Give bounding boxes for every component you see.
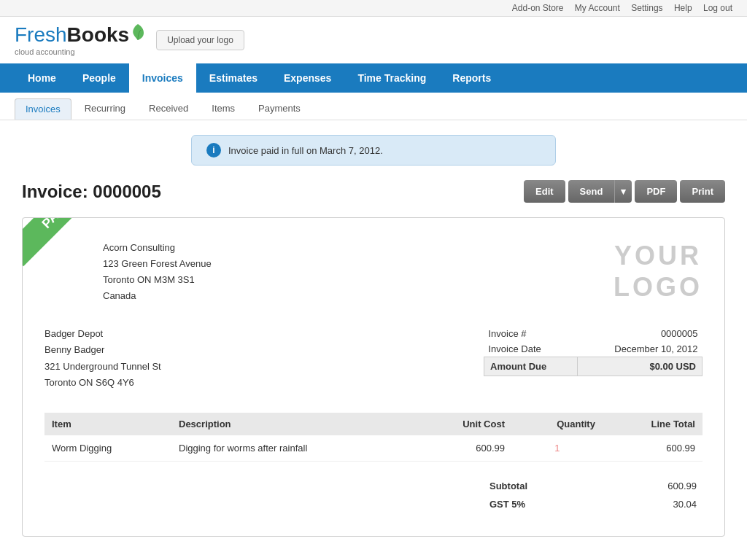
my-account-link[interactable]: My Account [575, 3, 620, 13]
line-item-row: Worm Digging Digging for worms after rai… [44, 435, 703, 462]
company-address1: 123 Green Forest Avenue [103, 256, 212, 272]
col-quantity: Quantity [512, 413, 603, 435]
nav-item-invoices[interactable]: Invoices [129, 63, 196, 93]
invoice-meta: Invoice # 0000005 Invoice Date December … [484, 326, 703, 390]
send-button-group: Send ▾ [568, 180, 632, 203]
subtotal-value: 600.99 [605, 478, 701, 494]
notice-text: Invoice paid in full on March 7, 2012. [228, 145, 383, 156]
amount-due-value: $0.00 USD [577, 357, 702, 376]
nav-item-time-tracking[interactable]: Time Tracking [344, 63, 439, 93]
company-info: Acorn Consulting 123 Green Forest Avenue… [103, 240, 212, 304]
invoice-number-row: Invoice # 0000005 [484, 326, 703, 341]
line-item-description: Digging for worms after rainfall [171, 435, 415, 462]
info-icon: i [206, 143, 221, 158]
logo-books: Books [67, 25, 130, 45]
help-link[interactable]: Help [674, 3, 692, 13]
bill-to: Badger Depot Benny Badger 321 Undergroun… [44, 326, 161, 390]
notice-banner: i Invoice paid in full on March 7, 2012. [191, 135, 556, 166]
invoice-date-label: Invoice Date [484, 341, 578, 357]
gst-row: GST 5% 30.04 [485, 496, 701, 513]
invoice-header-row: Invoice: 0000005 Edit Send ▾ PDF Print [22, 180, 725, 203]
bill-to-address: 321 Underground Tunnel St [44, 359, 161, 375]
bill-meta-row: Badger Depot Benny Badger 321 Undergroun… [44, 326, 703, 390]
amount-due-label: Amount Due [484, 357, 578, 376]
subtotal-row: Subtotal 600.99 [485, 478, 701, 494]
invoice-date-row: Invoice Date December 10, 2012 [484, 341, 703, 357]
col-item: Item [44, 413, 171, 435]
logo-placeholder: YOURLOGO [614, 240, 703, 303]
col-description: Description [171, 413, 415, 435]
nav-item-expenses[interactable]: Expenses [271, 63, 344, 93]
nav-item-estimates[interactable]: Estimates [196, 63, 271, 93]
company-city-province: Toronto ON M3M 3S1 [103, 272, 212, 288]
print-button[interactable]: Print [680, 180, 725, 203]
col-line-total: Line Total [603, 413, 703, 435]
bill-to-contact: Benny Badger [44, 342, 161, 358]
logo: FreshBooks cloud accounting [15, 24, 145, 56]
subnav-item-recurring[interactable]: Recurring [74, 98, 136, 120]
logo-area: FreshBooks cloud accounting Upload your … [15, 24, 244, 56]
line-item-total: 600.99 [603, 435, 703, 462]
totals-section: Subtotal 600.99 GST 5% 30.04 [44, 476, 703, 514]
content: i Invoice paid in full on March 7, 2012.… [0, 120, 747, 551]
action-buttons: Edit Send ▾ PDF Print [524, 180, 725, 203]
edit-button[interactable]: Edit [524, 180, 565, 203]
amount-due-row: Amount Due $0.00 USD [484, 357, 703, 376]
send-button[interactable]: Send [568, 180, 615, 203]
logo-leaf-icon [131, 24, 145, 40]
main-nav: Home People Invoices Estimates Expenses … [0, 63, 747, 93]
top-bar: Add-on Store My Account Settings Help Lo… [0, 0, 747, 17]
bill-to-city: Toronto ON S6Q 4Y6 [44, 375, 161, 391]
line-item-name: Worm Digging [44, 435, 171, 462]
subnav-item-payments[interactable]: Payments [248, 98, 311, 120]
sub-nav: Invoices Recurring Received Items Paymen… [0, 93, 747, 120]
send-dropdown-button[interactable]: ▾ [614, 180, 632, 203]
col-unit-cost: Unit Cost [415, 413, 512, 435]
line-item-unit-cost: 600.99 [415, 435, 512, 462]
logo-fresh: Fresh [15, 25, 67, 45]
line-items-table: Item Description Unit Cost Quantity Line… [44, 413, 703, 462]
nav-item-home[interactable]: Home [15, 63, 69, 93]
logout-link[interactable]: Log out [703, 3, 732, 13]
invoice-number-value: 0000005 [577, 326, 702, 341]
logo-tagline: cloud accounting [15, 47, 75, 56]
subtotal-label: Subtotal [485, 478, 604, 494]
totals-table: Subtotal 600.99 GST 5% 30.04 [484, 476, 703, 514]
nav-item-people[interactable]: People [69, 63, 129, 93]
invoice-body: PAID Acorn Consulting 123 Green Forest A… [22, 217, 725, 537]
nav-item-reports[interactable]: Reports [439, 63, 504, 93]
invoice-title: Invoice: 0000005 [22, 182, 161, 202]
company-logo-row: Acorn Consulting 123 Green Forest Avenue… [44, 240, 703, 304]
company-country: Canada [103, 288, 212, 304]
invoice-number-label: Invoice # [484, 326, 578, 341]
settings-link[interactable]: Settings [631, 3, 662, 13]
line-item-quantity: 1 [512, 435, 603, 462]
invoice-date-value: December 10, 2012 [577, 341, 702, 357]
gst-value: 30.04 [605, 496, 701, 513]
subnav-item-items[interactable]: Items [201, 98, 245, 120]
header: FreshBooks cloud accounting Upload your … [0, 17, 747, 63]
pdf-button[interactable]: PDF [635, 180, 677, 203]
subnav-item-received[interactable]: Received [139, 98, 198, 120]
addon-store-link[interactable]: Add-on Store [512, 3, 564, 13]
upload-logo-button[interactable]: Upload your logo [156, 30, 244, 50]
company-name: Acorn Consulting [103, 240, 212, 256]
bill-to-company: Badger Depot [44, 326, 161, 342]
gst-label: GST 5% [485, 496, 604, 513]
subnav-item-invoices[interactable]: Invoices [15, 98, 71, 120]
